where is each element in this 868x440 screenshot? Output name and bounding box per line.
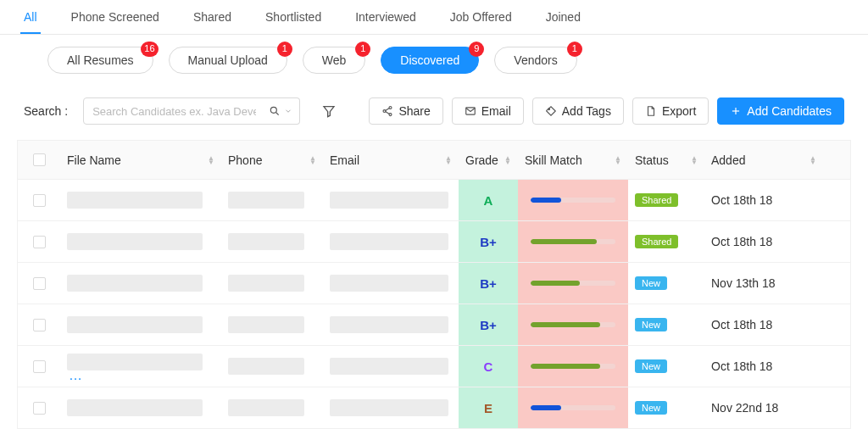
row-checkbox[interactable] bbox=[33, 277, 46, 290]
source-pill-manual-upload[interactable]: Manual Upload1 bbox=[169, 47, 287, 74]
row-select-cell bbox=[18, 360, 60, 373]
col-status[interactable]: Status ▲▼ bbox=[628, 153, 704, 167]
email-placeholder bbox=[330, 192, 448, 209]
phone-cell bbox=[221, 192, 323, 209]
source-pill-all-resumes[interactable]: All Resumes16 bbox=[47, 47, 153, 74]
grade-cell: C bbox=[459, 346, 518, 387]
sort-icon: ▲▼ bbox=[309, 156, 316, 164]
email-placeholder bbox=[330, 275, 448, 292]
export-button[interactable]: Export bbox=[632, 97, 709, 125]
row-checkbox[interactable] bbox=[33, 319, 46, 331]
source-pill-vendors[interactable]: Vendors1 bbox=[494, 47, 576, 74]
row-checkbox[interactable] bbox=[33, 236, 46, 248]
svg-marker-2 bbox=[324, 107, 334, 117]
add-candidates-button[interactable]: Add Candidates bbox=[717, 97, 844, 125]
status-cell: New bbox=[628, 401, 704, 415]
file-name-cell bbox=[60, 399, 221, 416]
phone-placeholder bbox=[228, 399, 304, 416]
table-row[interactable]: B+SharedOct 18th 18 bbox=[18, 221, 850, 263]
filter-icon bbox=[322, 104, 336, 118]
table-row[interactable]: ENewNov 22nd 18 bbox=[18, 387, 850, 429]
email-cell bbox=[323, 233, 459, 250]
file-name-placeholder bbox=[67, 233, 203, 250]
email-cell bbox=[323, 358, 459, 375]
col-file-name[interactable]: File Name ▲▼ bbox=[60, 153, 221, 167]
phone-cell bbox=[221, 233, 323, 250]
select-all-checkbox[interactable] bbox=[33, 153, 46, 166]
grade-value: C bbox=[484, 359, 493, 374]
source-pill-web[interactable]: Web1 bbox=[303, 47, 366, 74]
skill-progress bbox=[531, 405, 615, 410]
status-badge: Shared bbox=[635, 193, 678, 207]
svg-line-7 bbox=[386, 112, 390, 114]
stage-tab-all[interactable]: All bbox=[20, 0, 41, 34]
col-email[interactable]: Email ▲▼ bbox=[323, 153, 459, 167]
phone-cell bbox=[221, 275, 323, 292]
row-select-cell bbox=[18, 319, 60, 331]
status-badge: New bbox=[635, 318, 667, 331]
svg-point-0 bbox=[270, 107, 276, 113]
search-input[interactable] bbox=[83, 97, 265, 125]
svg-line-1 bbox=[276, 113, 279, 115]
share-button[interactable]: Share bbox=[369, 97, 442, 125]
source-pill-discovered[interactable]: Discovered9 bbox=[381, 47, 479, 74]
skill-progress bbox=[531, 364, 615, 369]
skill-progress bbox=[531, 322, 615, 327]
email-cell bbox=[323, 399, 459, 416]
file-name-cell bbox=[60, 233, 221, 250]
status-cell: New bbox=[628, 318, 704, 331]
grade-cell: E bbox=[459, 387, 518, 428]
stage-tab-job-offered[interactable]: Job Offered bbox=[447, 0, 515, 34]
stage-tab-shared[interactable]: Shared bbox=[190, 0, 235, 34]
skill-progress bbox=[531, 239, 615, 244]
stage-tab-interviewed[interactable]: Interviewed bbox=[352, 0, 420, 34]
stage-tab-joined[interactable]: Joined bbox=[542, 0, 584, 34]
skill-progress bbox=[531, 198, 615, 203]
toolbar: Search : Share Email Add Tags Export bbox=[0, 82, 868, 135]
row-select-cell bbox=[18, 236, 60, 248]
email-button[interactable]: Email bbox=[452, 97, 524, 125]
export-icon bbox=[645, 105, 657, 117]
row-checkbox[interactable] bbox=[33, 402, 46, 415]
table-row[interactable]: ASharedOct 18th 18 bbox=[18, 180, 850, 221]
search-group bbox=[83, 97, 300, 125]
filter-button[interactable] bbox=[315, 97, 342, 125]
added-cell: Nov 22nd 18 bbox=[704, 401, 823, 415]
share-icon bbox=[381, 105, 393, 117]
skill-match-cell bbox=[518, 387, 628, 428]
status-cell: New bbox=[628, 359, 704, 373]
status-cell: Shared bbox=[628, 235, 704, 248]
added-cell: Nov 13th 18 bbox=[704, 276, 823, 290]
row-checkbox[interactable] bbox=[33, 360, 46, 373]
skill-match-cell bbox=[518, 221, 628, 262]
grade-cell: B+ bbox=[459, 304, 518, 345]
add-tags-button[interactable]: Add Tags bbox=[532, 97, 624, 125]
table-row[interactable]: B+NewNov 13th 18 bbox=[18, 263, 850, 304]
stage-tab-phone-screened[interactable]: Phone Screened bbox=[68, 0, 163, 34]
phone-cell bbox=[221, 316, 323, 333]
plus-icon bbox=[730, 105, 742, 117]
search-type-dropdown[interactable] bbox=[262, 97, 300, 125]
row-checkbox[interactable] bbox=[33, 194, 46, 207]
table-row[interactable]: B+NewOct 18th 18 bbox=[18, 304, 850, 346]
sort-icon: ▲▼ bbox=[445, 156, 452, 164]
file-name-cell bbox=[60, 192, 221, 209]
row-select-cell bbox=[18, 194, 60, 207]
table-row[interactable]: …CNewOct 18th 18 bbox=[18, 346, 850, 387]
count-badge: 1 bbox=[355, 42, 370, 57]
stage-tab-shortlisted[interactable]: Shortlisted bbox=[262, 0, 325, 34]
file-name-placeholder bbox=[67, 354, 203, 370]
skill-match-cell bbox=[518, 346, 628, 387]
col-phone[interactable]: Phone ▲▼ bbox=[221, 153, 323, 167]
col-added[interactable]: Added ▲▼ bbox=[704, 153, 823, 167]
svg-point-9 bbox=[548, 109, 550, 110]
col-grade[interactable]: Grade ▲▼ bbox=[459, 153, 518, 167]
expand-row-icon[interactable]: … bbox=[67, 372, 82, 379]
source-filter-row: All Resumes16Manual Upload1Web1Discovere… bbox=[0, 35, 868, 82]
sort-icon: ▲▼ bbox=[810, 156, 816, 164]
phone-placeholder bbox=[228, 316, 304, 333]
status-badge: New bbox=[635, 276, 667, 290]
sort-icon: ▲▼ bbox=[208, 156, 214, 164]
col-skill-match[interactable]: Skill Match ▲▼ bbox=[518, 153, 628, 167]
grade-value: E bbox=[484, 401, 492, 415]
